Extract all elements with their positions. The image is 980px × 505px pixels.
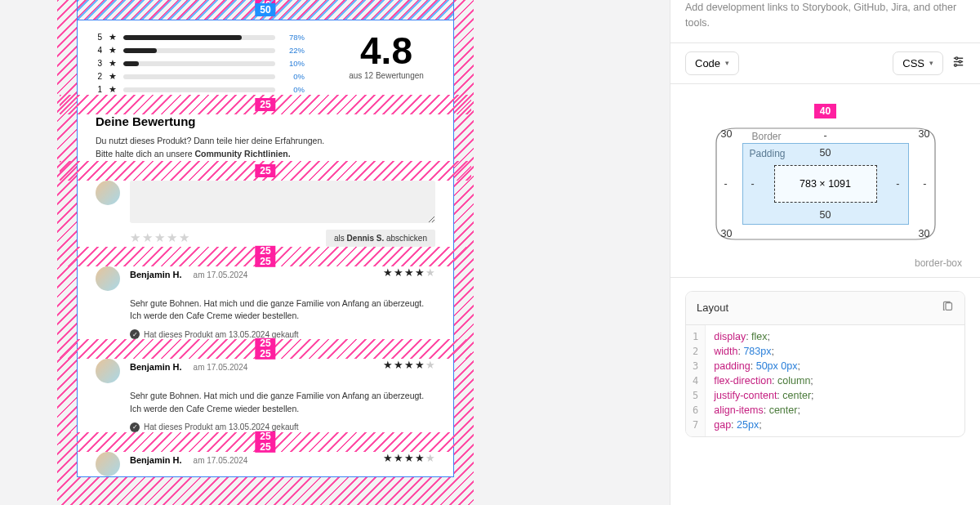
inspector-sidebar: Add development links to Storybook, GitH… — [670, 0, 980, 505]
chevron-down-icon: ▾ — [929, 59, 933, 67]
check-icon: ✓ — [130, 329, 140, 339]
spacing-badge: 40 — [814, 104, 836, 118]
reviewer-name: Benjamin H. — [130, 270, 182, 279]
border-label: Border — [752, 131, 782, 142]
spacing-badge: 2525 — [255, 245, 275, 266]
verified-purchase: ✓Hat dieses Produkt am 13.05.2024 gekauf… — [130, 422, 435, 432]
avatar — [96, 359, 120, 383]
review-stars: ★★★★★ — [383, 266, 435, 279]
gap-overlay: 2525 — [60, 432, 471, 452]
review-item: Benjamin H.am 17.05.2024★★★★★Sehr gute B… — [78, 359, 453, 432]
reviewer-name: Benjamin H. — [130, 362, 182, 372]
your-rating-section: Deine Bewertung Du nutzt dieses Produkt?… — [78, 114, 453, 161]
design-canvas[interactable]: 40 50 5★78%4★22%3★10%2★0%1★0% 4.8 aus 12… — [0, 0, 670, 505]
padding-box: Padding 50 50 - - 783 × 1091 — [742, 143, 909, 225]
box-model-diagram: 40 Border - 30 30 30 30 - - Padding 50 5… — [670, 84, 980, 278]
review-stars: ★★★★★ — [383, 359, 435, 371]
css-code[interactable]: display: flex;width: 783px;padding: 50px… — [706, 325, 822, 436]
svg-point-3 — [959, 60, 961, 63]
review-textarea[interactable] — [130, 181, 435, 223]
review-item: Benjamin H.am 17.05.2024★★★★★ — [78, 452, 453, 476]
clipboard-icon[interactable] — [942, 301, 954, 315]
spacing-badge: 50 — [255, 3, 275, 16]
star-icon: ★ — [109, 32, 117, 42]
review-body: Sehr gute Bohnen. Hat mich und die ganze… — [130, 390, 435, 416]
dev-links-hint: Add development links to Storybook, GitH… — [670, 0, 980, 42]
write-review: ★★★★★ als Dennis S. abschicken — [78, 181, 453, 247]
gap-overlay: 2525 — [60, 339, 471, 359]
review-date: am 17.05.2024 — [194, 363, 248, 372]
rating-bar-row: 2★0% — [96, 71, 305, 82]
padding-overlay-top: 50 — [77, 0, 454, 20]
code-dropdown[interactable]: Code▾ — [685, 51, 739, 75]
star-icon: ★ — [109, 58, 117, 69]
avatar — [96, 266, 120, 291]
average-score: 4.8 — [337, 32, 435, 69]
chevron-down-icon: ▾ — [725, 59, 729, 67]
check-icon: ✓ — [130, 422, 140, 432]
review-date: am 17.05.2024 — [194, 456, 248, 465]
rating-summary: 5★78%4★22%3★10%2★0%1★0% 4.8 aus 12 Bewer… — [96, 20, 435, 95]
community-guidelines-link[interactable]: Community Richtlinien. — [194, 149, 290, 159]
reviewer-name: Benjamin H. — [130, 455, 182, 465]
spacing-badge: 2525 — [255, 338, 275, 360]
submit-review-button[interactable]: als Dennis S. abschicken — [326, 230, 435, 247]
layout-section-title: Layout — [697, 302, 728, 314]
star-icon: ★ — [109, 45, 117, 56]
review-stars: ★★★★★ — [383, 452, 435, 464]
selected-frame[interactable]: 5★78%4★22%3★10%2★0%1★0% 4.8 aus 12 Bewer… — [77, 20, 454, 477]
your-rating-title: Deine Bewertung — [96, 114, 435, 128]
svg-point-5 — [955, 64, 957, 66]
your-rating-text: Du nutzt dieses Produkt? Dann teile hier… — [96, 135, 435, 161]
rating-input-stars[interactable]: ★★★★★ — [130, 230, 189, 245]
spacing-badge: 25 — [255, 98, 275, 111]
avatar — [96, 452, 120, 476]
spacing-badge: 2525 — [255, 431, 275, 452]
spacing-badge: 25 — [255, 164, 275, 177]
settings-icon[interactable] — [951, 55, 965, 72]
gap-overlay: 25 — [60, 161, 471, 181]
score-subtitle: aus 12 Bewertungen — [337, 71, 435, 80]
content-box: 783 × 1091 — [774, 165, 877, 203]
review-date: am 17.05.2024 — [194, 270, 248, 279]
star-icon: ★ — [109, 84, 117, 95]
rating-bar-row: 5★78% — [96, 32, 305, 42]
avatar — [96, 181, 120, 205]
verified-purchase: ✓Hat dieses Produkt am 13.05.2024 gekauf… — [130, 329, 435, 339]
review-body: Sehr gute Bohnen. Hat mich und die ganze… — [130, 297, 435, 324]
svg-point-1 — [956, 56, 958, 59]
rating-bar-row: 3★10% — [96, 58, 305, 69]
rating-bar-row: 4★22% — [96, 45, 305, 56]
review-item: Benjamin H.am 17.05.2024★★★★★Sehr gute B… — [78, 266, 453, 340]
star-icon: ★ — [109, 71, 117, 82]
gap-overlay: 25 — [60, 95, 471, 114]
gap-overlay: 2525 — [60, 247, 471, 266]
css-dropdown[interactable]: CSS▾ — [893, 51, 943, 75]
css-code-panel: Layout 1234567 display: flex;width: 783p… — [685, 291, 965, 437]
svg-rect-8 — [946, 302, 952, 310]
box-sizing-label: border-box — [911, 249, 965, 269]
rating-bar-row: 1★0% — [96, 84, 305, 95]
